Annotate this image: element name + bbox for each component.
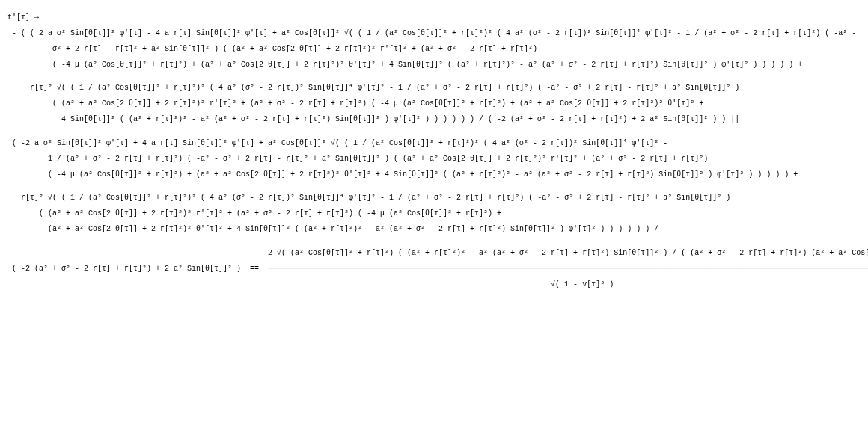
line-11: ( -4 μ (a² Cos[θ[τ]]² + r[τ]²) + (a² + a… xyxy=(7,171,861,179)
line-19: √( 1 - v[τ]² ) xyxy=(7,281,861,289)
line-10: 1 / (a² + σ² - 2 r[τ] + r[τ]²) ( -a² - σ… xyxy=(7,155,861,164)
line-5: r[τ]² √( ( 1 / (a² Cos[θ[τ]]² + r[τ]²)² … xyxy=(7,84,861,93)
line-0: t'[τ] → xyxy=(7,14,861,22)
line-3: ( -4 μ (a² Cos[θ[τ]]² + r[τ]²) + (a² + a… xyxy=(7,61,861,70)
line-7: 4 Sin[θ[τ]]² ( (a² + r[τ]²)² - a² (a² + … xyxy=(7,116,861,124)
equation-document: t'[τ] → - ( ( 2 a σ² Sin[θ[τ]]² φ'[τ] - … xyxy=(0,0,868,447)
line-1: - ( ( 2 a σ² Sin[θ[τ]]² φ'[τ] - 4 a r[τ]… xyxy=(7,30,861,38)
line-6: ( (a² + a² Cos[2 θ[τ]] + 2 r[τ]²)² r'[τ]… xyxy=(7,100,861,108)
line-17: 2 √( (a² Cos[θ[τ]]² + r[τ]²) ( (a² + r[τ… xyxy=(7,250,861,258)
line-9: ( -2 a σ² Sin[θ[τ]]² φ'[τ] + 4 a r[τ] Si… xyxy=(7,140,861,148)
line-13: r[τ]² √( ( 1 / (a² Cos[θ[τ]]² + r[τ]²)² … xyxy=(7,194,861,203)
line-18: ( -2 (a² + σ² - 2 r[τ] + r[τ]²) + 2 a² S… xyxy=(7,265,861,274)
line-15: (a² + a² Cos[2 θ[τ]] + 2 r[τ]²)² θ'[τ]² … xyxy=(7,226,861,234)
line-14: ( (a² + a² Cos[2 θ[τ]] + 2 r[τ]²)² r'[τ]… xyxy=(7,210,861,218)
line-2: σ² + 2 r[τ] - r[τ]² + a² Sin[θ[τ]]² ) ( … xyxy=(7,46,861,54)
